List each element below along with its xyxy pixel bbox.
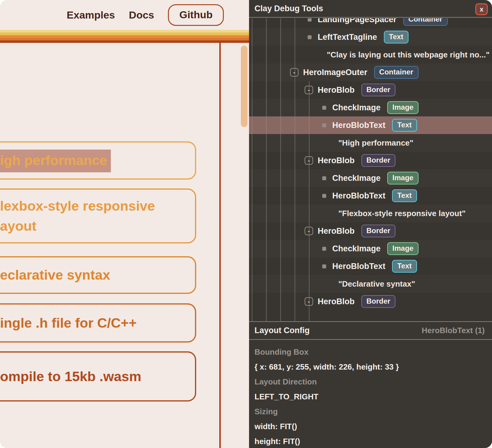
stripe-band (0, 40, 249, 43)
tree-row[interactable]: LeftTextTagline Text (249, 28, 492, 46)
leaf-bullet-icon (308, 35, 312, 39)
stripe-band (0, 35, 249, 38)
mouse-cursor (0, 444, 4, 448)
feature-box: ompile to 15kb .wasm (0, 351, 196, 401)
tree-row[interactable]: HeroBlobText Text (249, 257, 492, 275)
nav-item-examples[interactable]: Examples (67, 9, 115, 21)
tree-node-name: CheckImage (332, 174, 381, 183)
tree-node-type-badge: Border (361, 225, 396, 237)
feature-text: ompile to 15kb .wasm (0, 367, 195, 387)
tree-string-row: "Clay is laying out this webpage right n… (249, 46, 492, 64)
site-nav: ExamplesDocsGithub (0, 0, 224, 30)
tree-string-value: "Declarative syntax" (338, 279, 415, 289)
tree-node-type-badge: Image (387, 101, 419, 114)
collapse-button[interactable]: - (290, 68, 299, 77)
tree-node-name: HeroBlob (318, 226, 355, 236)
tree-node-type-badge: Container (403, 18, 448, 26)
tree-node-name: CheckImage (332, 244, 381, 253)
tree-node-type-badge: Text (384, 31, 409, 43)
leaf-bullet-icon (322, 176, 326, 180)
tree-string-row: "Flexbox-style responsive layout" (249, 205, 492, 222)
collapse-button[interactable]: - (305, 156, 313, 165)
tree-node-type-badge: Border (361, 154, 396, 167)
leaf-bullet-icon (322, 264, 326, 268)
tree-node-name: CheckImage (332, 103, 381, 112)
tree-row[interactable]: CheckImage Image (249, 169, 492, 187)
feature-box: lexbox-style responsiveayout (0, 188, 196, 243)
close-button[interactable]: x (475, 3, 488, 15)
element-tree: LandingPageSpacer Container LeftTextTagl… (249, 18, 492, 321)
tree-node-name: HeroBlobText (332, 262, 385, 271)
tree-row[interactable]: CheckImage Image (249, 240, 492, 257)
text-selection-highlight: igh performance (0, 150, 111, 172)
nav-item-docs[interactable]: Docs (129, 9, 154, 21)
tree-node-type-badge: Text (392, 189, 417, 202)
feature-box: ingle .h file for C/C++ (0, 303, 196, 343)
config-value: LEFT_TO_RIGHT (255, 389, 492, 404)
feature-text: ayout (0, 216, 195, 236)
tree-node-name: LeftTextTagline (318, 33, 377, 42)
clay-website: igh performancelexbox-style responsiveay… (0, 0, 249, 448)
feature-box: igh performance (0, 141, 196, 180)
tree-node-type-badge: Text (392, 260, 417, 273)
selected-element-label: HeroBlobText (1) (422, 326, 485, 335)
stripe-band (0, 30, 249, 33)
tree-row[interactable]: HeroBlobText Text (249, 187, 492, 205)
tree-row[interactable]: CheckImage Image (249, 99, 492, 116)
layout-config-title: Layout Config (255, 326, 309, 335)
github-button[interactable]: Github (168, 4, 224, 26)
config-section-label: Layout Direction (255, 374, 492, 389)
tree-row[interactable]: - HeroImageOuter Container (249, 64, 492, 81)
feature-text: igh performance (0, 150, 195, 171)
leaf-bullet-icon (322, 106, 326, 110)
config-section-label: Bounding Box (255, 345, 492, 360)
feature-box-list: igh performancelexbox-style responsiveay… (0, 0, 249, 448)
content-right-border (219, 43, 221, 448)
tree-node-type-badge: Container (374, 66, 419, 79)
feature-text: ingle .h file for C/C++ (0, 313, 195, 333)
page-scrollbar-thumb[interactable] (241, 46, 248, 127)
config-value: { x: 681, y: 255, width: 226, height: 33… (255, 360, 492, 374)
collapse-button[interactable]: - (305, 297, 313, 306)
tree-row[interactable]: HeroBlobText Text (249, 116, 492, 134)
layout-config-body: Bounding Box{ x: 681, y: 255, width: 226… (249, 340, 492, 448)
tree-row[interactable]: - HeroBlob Border (249, 152, 492, 169)
leaf-bullet-icon (322, 123, 326, 127)
leaf-bullet-icon (308, 18, 312, 22)
tree-row[interactable]: - HeroBlob Border (249, 293, 492, 310)
tree-row[interactable]: - HeroBlob Border (249, 81, 492, 99)
tree-string-row: "High performance" (249, 134, 492, 152)
config-value: width: FIT() (255, 419, 492, 434)
config-value: height: FIT() (255, 434, 492, 448)
leaf-bullet-icon (322, 194, 326, 198)
stripe-band (0, 33, 249, 35)
tree-node-name: HeroBlobText (332, 121, 385, 130)
stripe-band (0, 38, 249, 40)
tree-node-name: HeroBlob (318, 85, 355, 95)
collapse-button[interactable]: - (305, 227, 313, 235)
tree-node-type-badge: Border (361, 84, 396, 96)
clay-debug-panel: Clay Debug Tools x LandingPageSpacer Con… (249, 0, 492, 448)
config-section-label: Sizing (255, 404, 492, 419)
debug-panel-title: Clay Debug Tools (255, 4, 323, 13)
tree-node-name: HeroBlob (318, 156, 355, 165)
feature-text: eclarative syntax (0, 265, 195, 285)
debug-panel-header: Clay Debug Tools (249, 0, 492, 18)
tree-node-name: HeroImageOuter (303, 68, 367, 77)
tree-row[interactable]: LandingPageSpacer Container (249, 18, 492, 28)
tree-node-name: HeroBlob (318, 297, 355, 306)
collapse-button[interactable]: - (305, 86, 313, 94)
tree-string-value: "Clay is laying out this webpage right n… (327, 50, 490, 60)
tree-string-value: "Flexbox-style responsive layout" (338, 209, 466, 218)
tree-string-row: "Declarative syntax" (249, 275, 492, 293)
leaf-bullet-icon (322, 247, 326, 251)
tree-node-name: HeroBlobText (332, 191, 385, 201)
feature-box: eclarative syntax (0, 256, 196, 294)
tree-node-type-badge: Border (361, 295, 396, 308)
tree-node-name: LandingPageSpacer (318, 18, 397, 24)
app-window: igh performancelexbox-style responsiveay… (0, 0, 492, 448)
tree-node-type-badge: Image (387, 242, 419, 255)
tree-node-type-badge: Text (392, 119, 417, 132)
tree-row[interactable]: - HeroBlob Border (249, 222, 492, 240)
feature-text: lexbox-style responsive (0, 196, 195, 216)
